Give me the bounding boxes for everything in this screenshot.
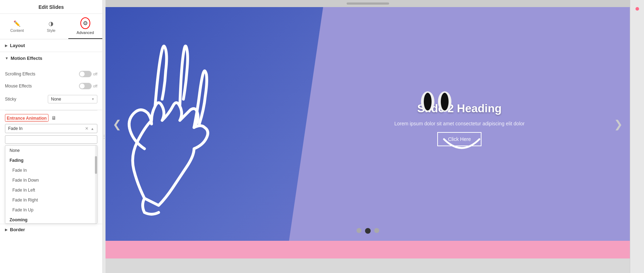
dropdown-item-fade-in-up[interactable]: Fade In Up (5, 205, 95, 215)
hand-svg (116, 14, 251, 220)
slider-dots (357, 228, 379, 234)
mouse-effects-row: Mouse Effects off (5, 80, 97, 92)
entrance-animation-value: Fade In (8, 126, 23, 131)
entrance-animation-label-wrap: Entrance Animation (5, 114, 49, 122)
scrolling-effects-track[interactable] (79, 71, 92, 77)
sticky-select-wrap: None Top Bottom (48, 95, 97, 103)
dropdown-item-fade-in-down[interactable]: Fade In Down (5, 175, 95, 185)
panel-body: ▶ Layout ▼ Motion Effects Scrolling Effe… (0, 39, 102, 273)
tab-content-label: Content (10, 28, 24, 33)
motion-effects-section-title: Motion Effects (11, 56, 42, 61)
mouse-effects-track[interactable] (79, 83, 92, 89)
chevron-up-icon[interactable]: ▲ (91, 127, 94, 131)
border-section-title: Border (10, 227, 25, 232)
slide-art (116, 14, 251, 220)
mouse-effects-state: off (93, 84, 97, 88)
dropdown-list: None Fading Fade In Fade In Down Fade In… (5, 145, 97, 224)
sticky-select[interactable]: None Top Bottom (48, 95, 97, 103)
entrance-animation-select-wrap: Fade In ✕ ▲ (0, 124, 102, 135)
scrolling-effects-thumb (80, 72, 85, 76)
main-area: Slide 2 Heading Lorem ipsum dolor sit am… (106, 0, 630, 273)
dropdown-group-zooming: Zooming (5, 215, 95, 223)
tabs-row: ✏️ Content ◑ Style ⚙ Advanced (0, 14, 102, 39)
slider-prev-button[interactable]: ❮ (109, 114, 125, 134)
left-eye-white (421, 91, 434, 112)
slider-dot-0[interactable] (357, 228, 361, 233)
mouse-effects-label: Mouse Effects (5, 84, 32, 89)
smile-arc (440, 136, 483, 158)
layout-section-header[interactable]: ▶ Layout (0, 39, 102, 52)
border-arrow-icon: ▶ (5, 228, 8, 232)
right-edge (630, 0, 644, 273)
dropdown-scrollbar-thumb (95, 156, 97, 174)
panel-title: Edit Slides (0, 0, 102, 14)
slide-text-content: Slide 2 Heading Lorem ipsum dolor sit am… (289, 7, 630, 241)
dropdown-scrollbar[interactable] (95, 146, 97, 223)
dropdown-list-wrapper: None Fading Fade In Fade In Down Fade In… (5, 146, 97, 223)
dropdown-group-fading: Fading (5, 155, 95, 165)
bottom-strip (106, 241, 630, 258)
scrolling-effects-row: Scrolling Effects off (5, 68, 97, 80)
tab-content[interactable]: ✏️ Content (0, 14, 34, 39)
slider-dot-2[interactable] (374, 228, 379, 233)
right-eye-pupil (441, 93, 449, 110)
tab-advanced[interactable]: ⚙ Advanced (68, 14, 102, 39)
slide-2: Slide 2 Heading Lorem ipsum dolor sit am… (106, 7, 630, 241)
pencil-icon: ✏️ (13, 20, 21, 27)
dropdown-item-fade-in[interactable]: Fade In (5, 165, 95, 175)
top-bar-inner (347, 2, 389, 5)
right-edge-dot (636, 7, 639, 11)
gear-icon: ⚙ (83, 20, 88, 27)
sticky-row: Sticky None Top Bottom (5, 92, 97, 106)
dropdown-list-inner: None Fading Fade In Fade In Down Fade In… (5, 146, 95, 223)
resize-handle[interactable] (103, 0, 106, 273)
dropdown-item-fade-in-right[interactable]: Fade In Right (5, 195, 95, 205)
motion-effects-section-header[interactable]: ▼ Motion Effects (0, 52, 102, 64)
slider-dot-1[interactable] (365, 228, 371, 234)
slide-face (421, 91, 451, 112)
dropdown-search-wrap (0, 135, 102, 145)
tab-style-label: Style (47, 28, 55, 33)
tab-advanced-label: Advanced (76, 30, 94, 35)
layout-section-title: Layout (10, 43, 25, 48)
dropdown-item-none[interactable]: None (5, 146, 95, 155)
right-eye-white (438, 91, 451, 112)
gear-icon-wrap: ⚙ (80, 17, 90, 29)
dropdown-icons: ✕ ▲ (85, 126, 94, 131)
entrance-animation-row: Entrance Animation 🖥 (0, 110, 102, 124)
scrolling-effects-state: off (93, 72, 97, 76)
mouse-effects-toggle[interactable]: off (79, 83, 97, 89)
motion-effects-arrow-icon: ▼ (5, 56, 8, 60)
slide-subtext: Lorem ipsum dolor sit amet consectetur a… (394, 121, 525, 126)
dropdown-search-input[interactable] (5, 135, 97, 144)
top-bar (106, 0, 630, 7)
clear-icon[interactable]: ✕ (85, 126, 89, 131)
half-circle-icon: ◑ (49, 20, 53, 27)
slider-container: Slide 2 Heading Lorem ipsum dolor sit am… (106, 7, 630, 241)
dropdown-item-fade-in-left[interactable]: Fade In Left (5, 185, 95, 195)
border-section-header[interactable]: ▶ Border (0, 224, 102, 235)
entrance-animation-select-field[interactable]: Fade In ✕ ▲ (5, 124, 97, 133)
left-eye-pupil (424, 93, 432, 110)
scrolling-effects-toggle[interactable]: off (79, 71, 97, 77)
mouse-effects-thumb (80, 84, 85, 89)
slider-next-button[interactable]: ❯ (610, 114, 626, 134)
entrance-animation-label[interactable]: Entrance Animation (7, 116, 47, 121)
left-panel: Edit Slides ✏️ Content ◑ Style ⚙ Advance… (0, 0, 103, 273)
motion-effects-content: Scrolling Effects off Mouse Effects off (0, 64, 102, 110)
scrolling-effects-label: Scrolling Effects (5, 72, 35, 76)
desktop-icon: 🖥 (51, 115, 56, 121)
smile-svg (440, 136, 483, 157)
sticky-label: Sticky (5, 97, 16, 102)
layout-arrow-icon: ▶ (5, 44, 8, 47)
tab-style[interactable]: ◑ Style (34, 14, 68, 39)
